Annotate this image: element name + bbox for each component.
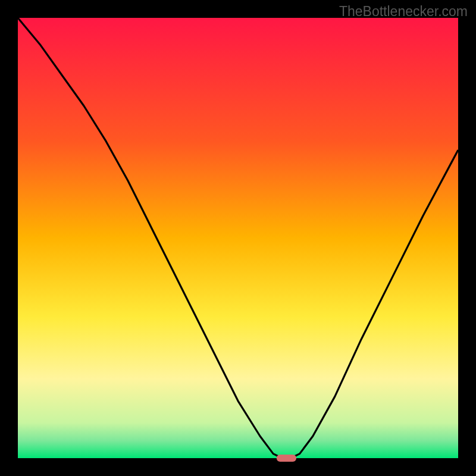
watermark-text: TheBottlenecker.com [339,4,468,20]
bottleneck-chart: TheBottlenecker.com [0,0,476,476]
chart-gradient-area [18,18,458,458]
optimal-marker [277,455,296,462]
chart-svg [0,0,476,476]
